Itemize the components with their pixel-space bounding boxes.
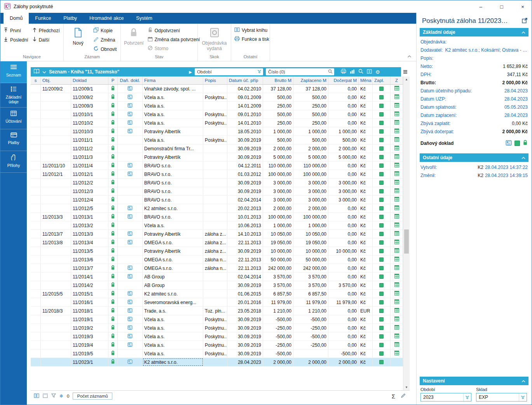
sidebar-item-uctovani[interactable]: Účtování — [0, 108, 27, 129]
warehouse-field[interactable] — [476, 393, 527, 402]
table-row[interactable]: 11/2011/1Včela a.s.Poskytnu...30.09.2019… — [31, 136, 403, 144]
table-row[interactable]: 11/2012/4BRAVO s.r.o.02.04.20143 000,003… — [31, 196, 403, 204]
vertical-scrollbar[interactable]: ▲ ▼ — [403, 76, 410, 390]
period-filter-input[interactable] — [197, 70, 256, 74]
open-in-window-icon[interactable] — [522, 18, 528, 24]
table-row[interactable]: 11/2023/1K2 atmitec s.r.o.28.04.20232 00… — [31, 358, 403, 367]
period-filter[interactable] — [195, 68, 263, 75]
column-header[interactable]: s — [31, 76, 41, 84]
table-row[interactable]: 11/2014/1AB Group02.04.20143 570,003 570… — [31, 273, 403, 281]
functions-print-button[interactable]: Funkce a tisk — [234, 36, 269, 42]
table-row[interactable]: 11/2011/3Potraviny Albertík30.09.20195 0… — [31, 153, 403, 162]
refresh-button[interactable]: Obnovit — [93, 46, 117, 52]
table-row[interactable]: 11/2012/111/2012/1BRAVO s.r.o.01.03.2012… — [31, 170, 403, 179]
column-header[interactable]: Dočerpat M — [328, 76, 359, 84]
previous-button[interactable]: Předchozí — [32, 27, 60, 34]
table-row[interactable]: 11/2010/1Včela a.s.Poskytnu...09.01.2010… — [31, 110, 403, 119]
table-row[interactable]: 11/2010/3Potraviny Albertík18.05.20101 0… — [31, 127, 403, 136]
purchase-order-button[interactable]: Objednávka vydaná — [201, 27, 228, 54]
column-header[interactable]: Zapl. — [373, 76, 391, 84]
table-row[interactable]: 11/2013/811/2013/4OMEGA s.r.o.záloha z..… — [31, 238, 403, 247]
table-row[interactable]: 11/2012/2BRAVO s.r.o.30.09.20193 000,003… — [31, 179, 403, 187]
table-row[interactable]: 11/2013/711/2013/3Potraviny Albertíkzálo… — [31, 230, 403, 238]
column-header[interactable]: Z — [391, 76, 403, 84]
settings-gear-icon[interactable]: ⚙ — [375, 70, 380, 75]
edit-button[interactable]: Změna — [93, 37, 117, 43]
scroll-down-icon[interactable]: ▼ — [403, 384, 410, 390]
column-header[interactable]: Datum úč. příp — [227, 76, 263, 84]
number-search-input[interactable] — [268, 70, 326, 74]
table-row[interactable]: 11/2018/311/2018/1Trade, a.s.Tuz. pln...… — [31, 307, 403, 315]
period-dropdown-icon[interactable] — [463, 393, 471, 401]
maximize-button[interactable]: □ — [493, 0, 511, 13]
unconfirm-button[interactable]: Odpotvrzení — [148, 27, 200, 34]
column-header[interactable]: Firma — [143, 76, 203, 84]
columns-icon[interactable] — [367, 69, 372, 75]
table-row[interactable]: 11/2012/3BRAVO s.r.o.30.09.20193 000,003… — [31, 187, 403, 196]
table-row[interactable]: 11/2010/2Včela a.s.Poskytnu...14.01.2010… — [31, 119, 403, 127]
table-row[interactable]: 11/2011/2Demonstrační firma Tr...30.09.2… — [31, 144, 403, 153]
change-confirm-date-button[interactable]: Změna data potvrzení — [148, 37, 200, 43]
section-header-settings[interactable]: Nastavení — [420, 377, 529, 385]
first-button[interactable]: První — [3, 27, 28, 34]
sidebar-item-seznam[interactable]: Seznam — [0, 61, 27, 83]
copy-button[interactable]: Kopie — [93, 27, 117, 34]
warehouse-input[interactable] — [476, 395, 519, 400]
column-header[interactable]: P — [108, 76, 118, 84]
column-header[interactable]: Brutto M — [263, 76, 293, 84]
table-row[interactable]: 11/2013/6OMEGA s.r.o.záloha n...22.11.20… — [31, 256, 403, 264]
table-row[interactable]: 11/2009/211/2009/1Vinařské závody, spol.… — [31, 85, 403, 93]
ribbon-tab[interactable]: Systém — [130, 13, 159, 24]
record-count-button[interactable]: Počet záznamů — [73, 393, 112, 400]
warehouse-dropdown-icon[interactable] — [519, 393, 527, 401]
table-row[interactable]: 11/2009/3Včela a.s.14.01.2009250,00250,0… — [31, 102, 403, 110]
ribbon-tab[interactable]: Funkce — [29, 13, 57, 24]
period-field[interactable] — [420, 393, 471, 402]
play-icon[interactable]: ▶ — [189, 70, 192, 74]
table-row[interactable]: 11/2019/5Včela a.s.Poskytnu...30.09.2019… — [31, 349, 403, 358]
column-header[interactable]: Obj. — [41, 76, 71, 84]
table-row[interactable]: 11/2015/511/2015/1K2 atmitec s.r.o.01.06… — [31, 290, 403, 298]
sidebar-item-platby[interactable]: Platby — [0, 129, 27, 151]
number-search[interactable] — [266, 68, 334, 75]
sum-icon[interactable]: Σ — [392, 393, 395, 400]
view-columns-icon[interactable] — [34, 393, 39, 399]
table-row[interactable]: 11/2009/2Včela a.s.Poskytnu...09.01.2009… — [31, 93, 403, 102]
scrollbar-thumb[interactable] — [404, 229, 409, 254]
table-row[interactable]: 11/2019/1Včela a.s.Poskytnu...30.09.2019… — [31, 315, 403, 324]
table-row[interactable]: 11/2013/311/2013/1BRAVO s.r.o.10.01.2013… — [31, 213, 403, 221]
last-button[interactable]: Poslední — [3, 37, 28, 43]
chart-icon[interactable] — [350, 69, 355, 75]
ribbon-collapse-icon[interactable] — [407, 54, 412, 59]
table-row[interactable]: 11/2012/5K2 atmitec s.r.o.20.02.20132 00… — [31, 204, 403, 213]
edit-pencil-icon[interactable] — [401, 393, 406, 399]
panel-icon[interactable] — [43, 393, 48, 399]
table-row[interactable]: 11/2013/5Potraviny Albertíkzáloha z...30… — [31, 247, 403, 256]
new-button[interactable]: Nový — [67, 27, 89, 54]
snowflake-icon[interactable]: ❄ — [59, 393, 63, 399]
search-book-icon[interactable] — [358, 69, 363, 75]
filter-chevrons-icon[interactable] — [257, 69, 262, 75]
select-book-button[interactable]: Vybrat knihu — [234, 27, 269, 33]
supplier-link[interactable]: K2 atmitec s.r.o.; Koksární; Ostrava - P… — [445, 47, 528, 53]
storno-button[interactable]: Storno — [148, 45, 200, 52]
ribbon-tab[interactable]: Hromadné akce — [83, 13, 130, 24]
sidebar-item-zakladni-udaje[interactable]: Základní údaje — [0, 83, 27, 108]
table-row[interactable]: 11/2019/3Včela a.s.Poskytnu...30.09.2019… — [31, 332, 403, 341]
search-icon[interactable] — [328, 69, 333, 75]
column-header[interactable]: Doklad — [71, 76, 108, 84]
minimize-button[interactable]: – — [472, 0, 490, 13]
table-row[interactable]: 11/2019/4Včela a.s.Poskytnu...30.09.2019… — [31, 341, 403, 349]
table-row[interactable]: 11/2014/2AB Group30.09.20193 570,003 570… — [31, 281, 403, 290]
open-book-icon[interactable] — [33, 69, 40, 75]
table-row[interactable]: 11/2019/2Včela a.s.Poskytnu...30.09.2019… — [31, 324, 403, 332]
grid-menu-icon[interactable] — [401, 67, 410, 76]
ribbon-tab[interactable]: Domů — [3, 13, 29, 24]
table-row[interactable]: 11/2011/1011/2011/4BRAVO s.r.o.04.12.201… — [31, 162, 403, 170]
column-header[interactable]: Popis — [203, 76, 227, 84]
section-header-other[interactable]: Ostatní údaje — [420, 153, 529, 162]
print-icon[interactable] — [341, 69, 346, 75]
period-input[interactable] — [421, 395, 463, 400]
table-row[interactable]: 11/2013/2Včela a.s.10.06.20131 000,001 0… — [31, 221, 403, 230]
table-row[interactable]: 11/2013/7OMEGA s.r.o.záloha n...22.11.20… — [31, 264, 403, 273]
